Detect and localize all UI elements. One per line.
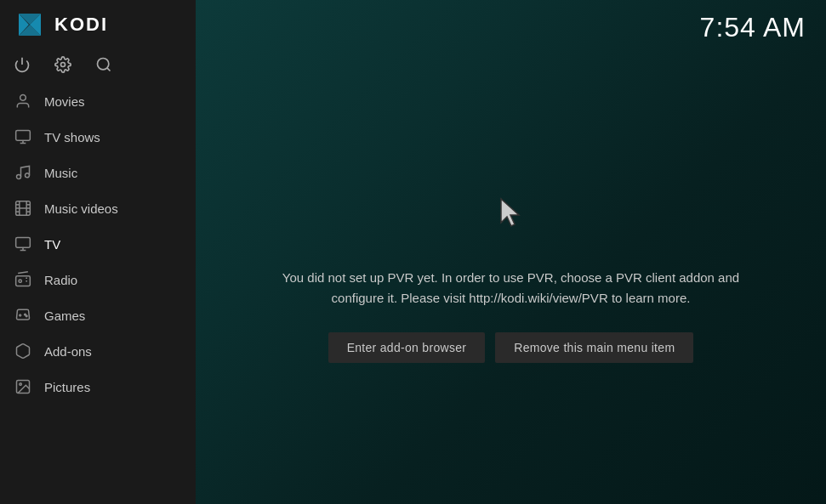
svg-rect-9	[16, 131, 31, 141]
pictures-icon	[14, 377, 32, 396]
add-ons-label: Add-ons	[44, 344, 92, 359]
music-label: Music	[44, 166, 77, 180]
tv-shows-label: TV shows	[44, 130, 100, 144]
svg-rect-25	[16, 276, 31, 286]
svg-line-7	[107, 68, 111, 71]
sidebar-item-add-ons[interactable]: Add-ons	[0, 333, 196, 369]
add-ons-icon	[14, 342, 32, 360]
svg-point-26	[19, 280, 21, 282]
remove-menu-item-button[interactable]: Remove this main menu item	[495, 332, 693, 363]
sidebar-item-radio[interactable]: Radio	[0, 262, 196, 297]
sidebar: KODI	[0, 0, 196, 504]
svg-marker-33	[501, 199, 519, 226]
movies-label: Movies	[44, 94, 85, 109]
sidebar-top-icons	[0, 49, 196, 83]
svg-point-32	[20, 383, 21, 386]
enter-addon-browser-button[interactable]: Enter add-on browser	[328, 332, 486, 363]
games-label: Games	[44, 309, 85, 323]
action-buttons: Enter add-on browser Remove this main me…	[328, 332, 694, 363]
svg-point-5	[61, 63, 66, 67]
kodi-logo	[14, 8, 46, 41]
radio-label: Radio	[44, 273, 77, 287]
sidebar-header: KODI	[0, 0, 196, 49]
sidebar-item-music[interactable]: Music	[0, 155, 196, 190]
svg-point-6	[98, 59, 109, 70]
sidebar-nav: Movies TV shows Music	[0, 83, 196, 504]
power-button[interactable]	[14, 56, 31, 73]
content-area: You did not set up PVR yet. In order to …	[196, 55, 826, 504]
settings-button[interactable]	[54, 56, 71, 73]
top-bar: 7:54 AM	[196, 0, 826, 55]
music-icon	[14, 163, 32, 182]
music-videos-icon	[14, 199, 32, 218]
sidebar-item-tv[interactable]: TV	[0, 226, 196, 262]
pvr-message: You did not set up PVR yet. In order to …	[256, 268, 766, 309]
sidebar-item-tv-shows[interactable]: TV shows	[0, 119, 196, 155]
cursor-indicator	[498, 197, 525, 234]
search-button[interactable]	[95, 56, 112, 73]
main-content: 7:54 AM You did not set up PVR yet. In o…	[196, 0, 826, 504]
radio-icon	[14, 270, 32, 289]
music-videos-label: Music videos	[44, 201, 118, 216]
sidebar-item-pictures[interactable]: Pictures	[0, 369, 196, 405]
movies-icon	[14, 92, 32, 110]
tv-label: TV	[44, 237, 60, 252]
games-icon	[14, 306, 32, 325]
tv-shows-icon	[14, 127, 32, 146]
sidebar-item-games[interactable]: Games	[0, 297, 196, 333]
pictures-label: Pictures	[44, 380, 90, 394]
time-display: 7:54 AM	[700, 12, 806, 43]
sidebar-item-movies[interactable]: Movies	[0, 83, 196, 119]
sidebar-item-music-videos[interactable]: Music videos	[0, 190, 196, 226]
svg-point-30	[26, 315, 27, 317]
app-title: KODI	[54, 14, 108, 36]
svg-point-8	[20, 95, 26, 101]
tv-icon	[14, 235, 32, 253]
svg-point-13	[26, 173, 30, 178]
svg-point-12	[17, 175, 21, 179]
svg-rect-22	[16, 238, 31, 248]
